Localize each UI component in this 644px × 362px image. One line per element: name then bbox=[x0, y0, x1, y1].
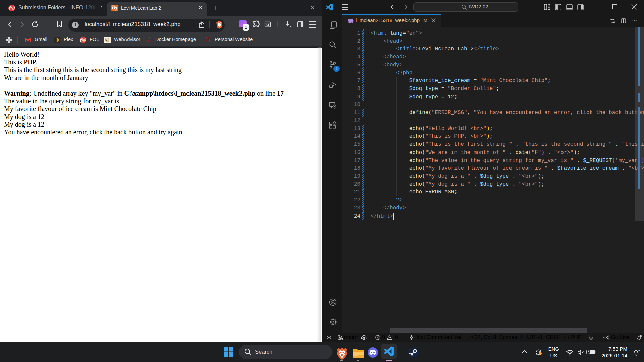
svg-text:z: z bbox=[639, 349, 640, 351]
svg-text:FOL: FOL bbox=[9, 7, 14, 10]
svg-text:FOL: FOL bbox=[80, 39, 86, 42]
